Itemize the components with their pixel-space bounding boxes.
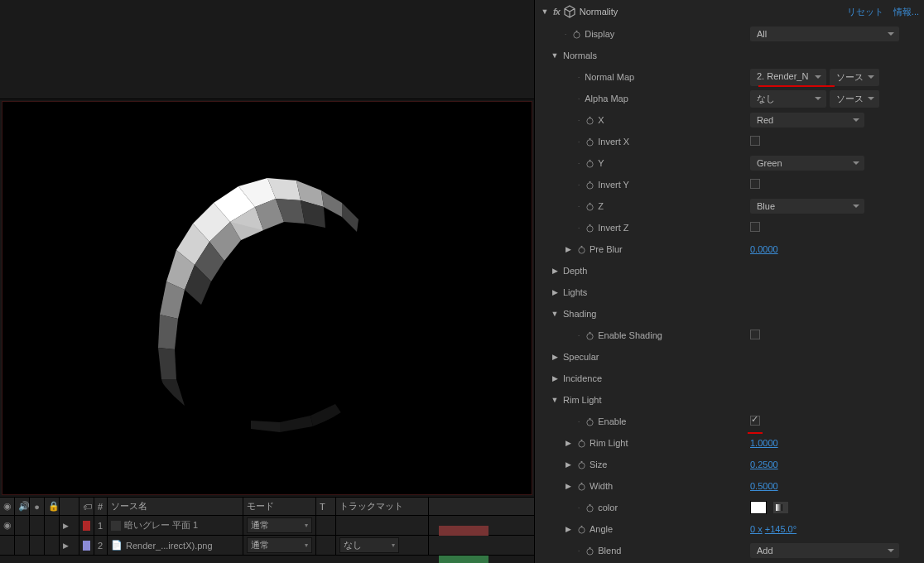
mode-dropdown[interactable]: 通常▾ xyxy=(247,517,312,533)
twirl-icon[interactable]: ▶ xyxy=(548,267,561,275)
group-shading[interactable]: ▼ Shading xyxy=(535,303,924,325)
col-track-matte[interactable]: トラックマット xyxy=(336,498,429,515)
svg-rect-51 xyxy=(580,482,582,484)
invert-y-checkbox[interactable] xyxy=(750,179,760,189)
group-rim-light[interactable]: ▼ Rim Light xyxy=(535,389,924,411)
twirl-icon[interactable]: ▶ xyxy=(63,522,69,530)
enable-shading-checkbox[interactable] xyxy=(750,330,760,339)
info-link[interactable]: 情報... xyxy=(893,6,919,18)
twirl-icon[interactable]: ▼ xyxy=(548,310,561,318)
col-source-name[interactable]: ソース名 xyxy=(108,498,243,515)
group-normals[interactable]: ▼ Normals xyxy=(535,45,924,66)
stopwatch-icon[interactable] xyxy=(575,437,588,449)
svg-point-32 xyxy=(587,161,593,166)
layer-row[interactable]: ◉ ▶ 1 暗いグレー 平面 1 通常▾ xyxy=(0,516,534,536)
layer-row[interactable]: ▶ 2 📄Render_...irectX).png 通常▾ なし▾ xyxy=(0,536,534,556)
display-dropdown[interactable]: All xyxy=(750,26,899,41)
twirl-icon[interactable]: ▶ xyxy=(561,460,575,469)
stopwatch-icon[interactable] xyxy=(583,222,596,233)
layer-name[interactable]: Render_...irectX).png xyxy=(126,541,213,551)
svg-rect-45 xyxy=(589,417,590,419)
group-lights[interactable]: ▶ Lights xyxy=(535,282,924,303)
rim-enable-checkbox[interactable] xyxy=(750,416,760,426)
col-visibility[interactable]: ◉ xyxy=(0,498,15,515)
twirl-icon[interactable]: ▶ xyxy=(561,245,575,253)
svg-rect-29 xyxy=(589,116,590,118)
stopwatch-icon[interactable] xyxy=(575,523,588,535)
rim-light-value[interactable]: 1.0000 xyxy=(750,438,778,448)
twirl-icon[interactable]: ▶ xyxy=(548,374,561,383)
twirl-icon[interactable]: ▶ xyxy=(561,525,575,533)
col-lock[interactable]: 🔒 xyxy=(45,498,60,515)
stopwatch-icon[interactable] xyxy=(583,157,596,169)
rim-angle-deg[interactable]: +145.0° xyxy=(765,524,796,534)
twirl-icon[interactable]: ▶ xyxy=(548,288,561,296)
stopwatch-icon[interactable] xyxy=(583,136,596,147)
y-dropdown[interactable]: Green xyxy=(750,156,864,171)
label-swatch[interactable] xyxy=(83,541,90,551)
pre-blur-value[interactable]: 0.0000 xyxy=(750,244,778,254)
twirl-icon[interactable]: ▶ xyxy=(561,482,575,490)
mode-dropdown[interactable]: 通常▾ xyxy=(247,537,312,553)
col-number[interactable]: # xyxy=(94,498,108,515)
matte-dropdown[interactable]: なし▾ xyxy=(339,537,399,553)
alpha-map-source-dropdown[interactable]: ソース xyxy=(830,90,879,108)
composition-viewport[interactable] xyxy=(2,101,532,495)
twirl-icon[interactable]: ▼ xyxy=(548,396,561,404)
prop-label: Size xyxy=(588,460,750,469)
fx-icon[interactable]: fx xyxy=(553,7,560,17)
normal-map-dropdown[interactable]: 2. Render_N xyxy=(750,69,826,86)
alpha-map-dropdown[interactable]: なし xyxy=(750,90,826,108)
stopwatch-icon[interactable] xyxy=(583,416,596,427)
stopwatch-icon[interactable] xyxy=(570,28,583,40)
col-mode[interactable]: モード xyxy=(243,498,316,515)
stopwatch-icon[interactable] xyxy=(583,179,596,190)
rim-size-value[interactable]: 0.2500 xyxy=(750,460,778,469)
group-label: Specular xyxy=(561,352,599,362)
stopwatch-icon[interactable] xyxy=(575,459,588,470)
twirl-icon[interactable]: ▶ xyxy=(561,439,575,447)
eyedropper-icon[interactable] xyxy=(772,501,789,514)
x-dropdown[interactable]: Red xyxy=(750,113,864,128)
col-solo[interactable]: ● xyxy=(30,498,45,515)
prop-label: Invert Z xyxy=(596,223,750,233)
stopwatch-icon[interactable] xyxy=(575,480,588,492)
prop-label: Invert Y xyxy=(596,180,750,190)
prop-rim-width: ▶ Width 0.5000 xyxy=(535,475,924,497)
rim-width-value[interactable]: 0.5000 xyxy=(750,481,778,491)
layer-name[interactable]: 暗いグレー 平面 1 xyxy=(124,519,198,532)
twirl-icon[interactable]: ▼ xyxy=(540,7,550,16)
invert-x-checkbox[interactable] xyxy=(750,136,760,146)
svg-rect-31 xyxy=(589,137,590,139)
effect-name[interactable]: Normality xyxy=(580,7,837,17)
stopwatch-icon[interactable] xyxy=(575,243,588,255)
twirl-icon[interactable]: ▼ xyxy=(548,51,561,60)
group-depth[interactable]: ▶ Depth xyxy=(535,260,924,282)
prop-z: · Z Blue xyxy=(535,195,924,217)
z-dropdown[interactable]: Blue xyxy=(750,199,864,214)
rim-blend-dropdown[interactable]: Add xyxy=(750,543,899,558)
stopwatch-icon[interactable] xyxy=(583,114,596,126)
prop-rim-light: ▶ Rim Light 1.0000 xyxy=(535,432,924,454)
visibility-icon[interactable]: ◉ xyxy=(3,520,12,531)
svg-rect-41 xyxy=(580,245,582,247)
col-audio[interactable]: 🔊 xyxy=(15,498,30,515)
col-label[interactable]: 🏷 xyxy=(79,498,94,515)
col-t[interactable]: T xyxy=(316,498,336,515)
twirl-icon[interactable]: ▶ xyxy=(63,541,69,550)
rim-angle-rev[interactable]: 0 x xyxy=(750,524,763,534)
stopwatch-icon[interactable] xyxy=(583,200,596,212)
group-incidence[interactable]: ▶ Incidence xyxy=(535,368,924,389)
twirl-icon[interactable]: ▶ xyxy=(548,353,561,361)
prop-rim-angle: ▶ Angle 0 x +145.0° xyxy=(535,518,924,540)
stopwatch-icon[interactable] xyxy=(583,330,596,341)
label-swatch[interactable] xyxy=(83,521,90,531)
prop-label: Width xyxy=(588,481,750,491)
reset-link[interactable]: リセット xyxy=(847,6,883,18)
invert-z-checkbox[interactable] xyxy=(750,222,760,232)
rim-color-swatch[interactable] xyxy=(750,501,767,514)
group-specular[interactable]: ▶ Specular xyxy=(535,346,924,368)
normal-map-source-dropdown[interactable]: ソース xyxy=(830,69,879,86)
stopwatch-icon[interactable] xyxy=(583,502,596,513)
stopwatch-icon[interactable] xyxy=(583,545,596,556)
